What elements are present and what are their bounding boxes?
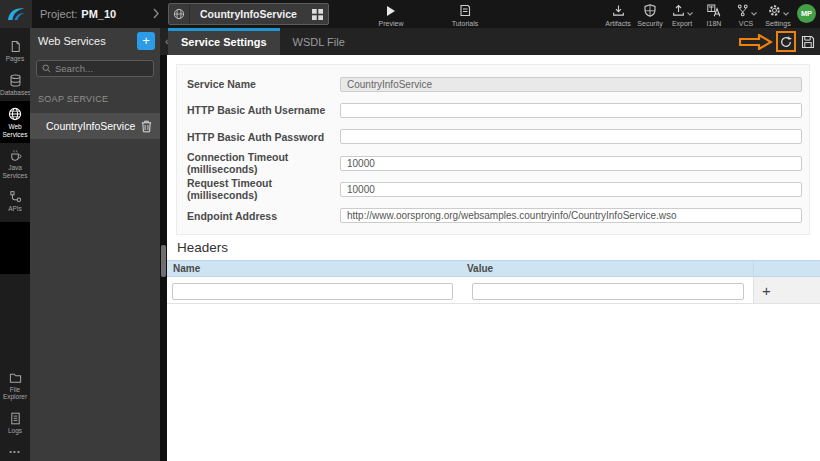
service-name: CountryInfoService xyxy=(46,120,135,132)
vcs-label: VCS xyxy=(730,20,762,27)
breadcrumb-chevron-icon xyxy=(153,8,159,19)
export-button[interactable]: Export xyxy=(666,4,698,27)
globe-icon xyxy=(169,4,190,24)
icon-sidebar: Pages Databases Web Services Java Servic… xyxy=(0,28,30,461)
user-avatar[interactable]: MP xyxy=(797,4,816,23)
service-search xyxy=(36,60,154,77)
column-header-value: Value xyxy=(467,261,753,276)
tab-service-settings[interactable]: Service Settings xyxy=(168,28,280,55)
shield-icon xyxy=(634,4,666,17)
tutorials-label: Tutorials xyxy=(442,20,488,27)
globe-icon xyxy=(8,107,22,121)
headers-section-title: Headers xyxy=(177,240,228,255)
database-icon xyxy=(9,74,22,87)
endpoint-address-input[interactable] xyxy=(340,208,802,223)
header-name-input[interactable] xyxy=(172,283,453,300)
refresh-icon xyxy=(780,36,792,48)
sidebar-item-label: Web Services xyxy=(0,123,30,138)
grid-icon[interactable] xyxy=(307,4,328,24)
column-header-actions xyxy=(753,261,820,276)
service-list-item[interactable]: CountryInfoService xyxy=(30,113,160,139)
tab-wsdl-file[interactable]: WSDL File xyxy=(280,28,358,55)
panel-title: Web Services xyxy=(38,28,106,55)
delete-service-button[interactable] xyxy=(141,120,152,133)
play-icon xyxy=(372,4,410,17)
vcs-button[interactable]: VCS xyxy=(730,4,762,27)
service-settings-form: Service Name HTTP Basic Auth Username HT… xyxy=(176,64,810,235)
sidebar-item-java-services[interactable]: Java Services xyxy=(0,143,30,184)
sidebar-item-label: File Explorer xyxy=(0,386,30,401)
chevron-down-icon xyxy=(687,12,693,16)
wavemaker-logo-icon xyxy=(6,6,26,22)
form-row-connection-timeout: Connection Timeout (milliseconds) xyxy=(177,150,809,176)
search-icon xyxy=(42,64,51,73)
connection-timeout-input[interactable] xyxy=(340,156,802,171)
scrollbar-thumb[interactable] xyxy=(161,245,166,277)
project-label: Project: xyxy=(40,8,77,20)
security-button[interactable]: Security xyxy=(634,4,666,27)
section-label-soap: SOAP SERVICE xyxy=(38,94,160,104)
add-service-button[interactable]: + xyxy=(137,32,155,50)
studio-window: Project:PM_10 CountryInfoService Preview… xyxy=(0,0,820,461)
topbar-actions: Artifacts Security Export I18N xyxy=(602,4,794,27)
reload-service-button[interactable] xyxy=(776,31,796,52)
form-row-service-name: Service Name xyxy=(177,71,809,97)
request-timeout-input[interactable] xyxy=(340,182,802,197)
field-label: Endpoint Address xyxy=(187,210,340,222)
open-service-tab[interactable]: CountryInfoService xyxy=(168,3,329,25)
app-logo[interactable] xyxy=(0,0,32,28)
sidebar-item-file-explorer[interactable]: File Explorer xyxy=(0,366,30,406)
sidebar-item-label: Logs xyxy=(0,427,30,435)
headers-table-header: Name Value xyxy=(167,260,820,277)
panel-divider xyxy=(160,55,167,461)
sidebar-item-label: APIs xyxy=(0,205,30,213)
settings-button[interactable]: Settings xyxy=(762,4,794,27)
translate-icon xyxy=(698,4,730,17)
sidebar-item-logs[interactable]: Logs xyxy=(0,406,30,440)
trash-icon xyxy=(141,120,152,133)
chevron-down-icon xyxy=(751,12,757,16)
annotation-arrow-icon xyxy=(739,34,773,50)
sidebar-item-label: Databases xyxy=(0,89,30,97)
search-input[interactable] xyxy=(55,63,148,74)
auth-username-input[interactable] xyxy=(340,103,802,118)
field-label: HTTP Basic Auth Password xyxy=(187,131,340,143)
coffee-cup-icon xyxy=(9,149,22,162)
form-row-request-timeout: Request Timeout (milliseconds) xyxy=(177,176,809,202)
save-icon xyxy=(801,35,815,49)
headers-table-row: + xyxy=(167,277,820,304)
field-label: HTTP Basic Auth Username xyxy=(187,104,340,116)
editor-tabs: Service Settings WSDL File xyxy=(168,28,358,55)
topbar: Project:PM_10 CountryInfoService Preview… xyxy=(0,0,820,28)
field-label: Request Timeout (milliseconds) xyxy=(187,177,340,201)
service-settings-content: Service Name HTTP Basic Auth Username HT… xyxy=(167,55,820,461)
sidebar-item-label: Java Services xyxy=(0,164,30,179)
tutorials-button[interactable]: Tutorials xyxy=(442,4,488,27)
sidebar-spacer xyxy=(0,222,30,274)
connector-icon xyxy=(9,190,22,203)
i18n-label: I18N xyxy=(698,20,730,27)
artifacts-button[interactable]: Artifacts xyxy=(602,4,634,27)
sidebar-item-pages[interactable]: Pages xyxy=(0,34,30,68)
header-value-input[interactable] xyxy=(472,283,744,300)
sidebar-item-databases[interactable]: Databases xyxy=(0,68,30,102)
form-row-auth-password: HTTP Basic Auth Password xyxy=(177,124,809,150)
sidebar-item-apis[interactable]: APIs xyxy=(0,184,30,218)
project-selector[interactable]: Project:PM_10 xyxy=(40,0,116,28)
field-label: Connection Timeout (milliseconds) xyxy=(187,151,340,175)
preview-button[interactable]: Preview xyxy=(372,4,410,27)
chevron-down-icon xyxy=(783,12,789,16)
book-icon xyxy=(442,4,488,17)
auth-password-input[interactable] xyxy=(340,129,802,144)
more-options-button[interactable]: ••• xyxy=(0,447,30,456)
project-name: PM_10 xyxy=(81,8,116,20)
save-button[interactable] xyxy=(799,34,816,50)
i18n-button[interactable]: I18N xyxy=(698,4,730,27)
form-row-endpoint-address: Endpoint Address xyxy=(177,202,809,228)
headers-table: Name Value + xyxy=(167,260,820,304)
sidebar-item-web-services[interactable]: Web Services xyxy=(0,101,30,143)
add-header-button[interactable]: + xyxy=(762,283,771,298)
editor-tabbar: « Service Settings WSDL File xyxy=(160,28,820,55)
branch-icon xyxy=(736,4,749,17)
sidebar-item-label: Pages xyxy=(0,55,30,63)
